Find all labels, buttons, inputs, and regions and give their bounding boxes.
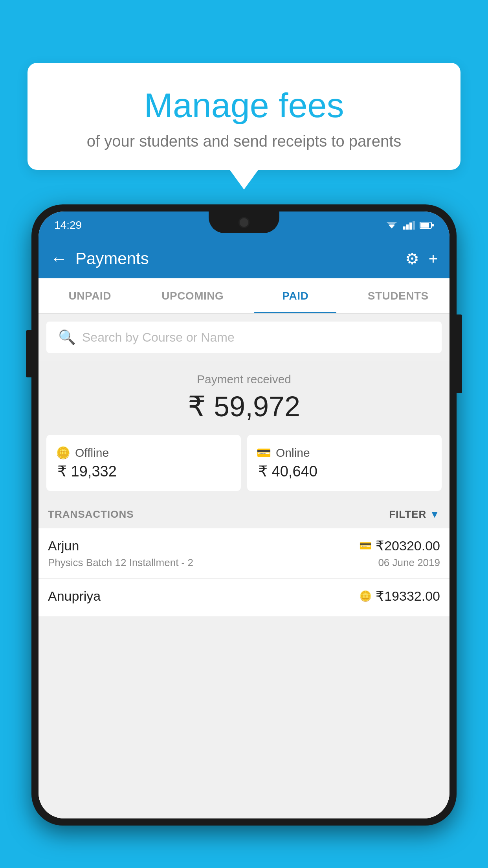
svg-rect-8 bbox=[420, 223, 429, 228]
wifi-icon bbox=[385, 221, 398, 230]
svg-marker-1 bbox=[386, 222, 397, 226]
svg-rect-7 bbox=[432, 224, 434, 226]
camera bbox=[238, 217, 250, 228]
status-time: 14:29 bbox=[54, 219, 82, 232]
status-icons bbox=[385, 221, 434, 230]
phone-mockup: 14:29 bbox=[31, 204, 457, 868]
back-button[interactable]: ← bbox=[50, 249, 68, 268]
payment-amount: ₹ 59,972 bbox=[46, 390, 442, 423]
app-title: Payments bbox=[75, 249, 405, 268]
phone-notch bbox=[209, 211, 279, 233]
transaction-name: Arjun bbox=[48, 538, 79, 554]
offline-pay-icon: 🪙 bbox=[359, 590, 372, 602]
offline-card-header: 🪙 Offline bbox=[56, 446, 231, 460]
transaction-course: Physics Batch 12 Installment - 2 bbox=[48, 557, 193, 569]
tabs-bar: UNPAID UPCOMING PAID STUDENTS bbox=[39, 278, 449, 314]
transactions-header: TRANSACTIONS FILTER ▼ bbox=[39, 500, 449, 528]
online-icon: 💳 bbox=[257, 446, 271, 460]
svg-rect-3 bbox=[406, 224, 409, 230]
offline-card: 🪙 Offline ₹ 19,332 bbox=[46, 435, 241, 491]
online-card-header: 💳 Online bbox=[257, 446, 432, 460]
transaction-top: Arjun 💳 ₹20320.00 bbox=[48, 538, 440, 554]
search-placeholder: Search by Course or Name bbox=[82, 330, 235, 345]
card-icon: 💳 bbox=[359, 540, 372, 552]
transaction-amount: ₹19332.00 bbox=[376, 588, 440, 604]
speech-bubble: Manage fees of your students and send re… bbox=[28, 63, 460, 170]
subtext: of your students and send receipts to pa… bbox=[51, 132, 437, 150]
filter-icon: ▼ bbox=[429, 508, 440, 520]
app-bar: ← Payments ⚙ + bbox=[39, 239, 449, 278]
transaction-name: Anupriya bbox=[48, 588, 101, 604]
transaction-amount-wrap: 💳 ₹20320.00 bbox=[359, 538, 440, 554]
payment-cards: 🪙 Offline ₹ 19,332 💳 Online ₹ 40,640 bbox=[39, 435, 449, 500]
offline-label: Offline bbox=[75, 446, 109, 460]
phone-inner: 14:29 bbox=[39, 211, 449, 818]
signal-icon bbox=[403, 221, 415, 230]
settings-icon[interactable]: ⚙ bbox=[405, 250, 419, 268]
content-area: 🔍 Search by Course or Name Payment recei… bbox=[39, 314, 449, 818]
app-bar-actions: ⚙ + bbox=[405, 250, 438, 268]
svg-rect-5 bbox=[413, 221, 415, 230]
phone-outer: 14:29 bbox=[31, 204, 457, 826]
transaction-bottom: Physics Batch 12 Installment - 2 06 June… bbox=[48, 557, 440, 569]
table-row[interactable]: Anupriya 🪙 ₹19332.00 bbox=[39, 579, 449, 617]
offline-icon: 🪙 bbox=[56, 446, 70, 460]
table-row[interactable]: Arjun 💳 ₹20320.00 Physics Batch 12 Insta… bbox=[39, 528, 449, 579]
headline: Manage fees bbox=[51, 86, 437, 125]
online-card: 💳 Online ₹ 40,640 bbox=[247, 435, 442, 491]
search-icon: 🔍 bbox=[58, 329, 76, 346]
battery-icon bbox=[420, 221, 434, 229]
add-button[interactable]: + bbox=[429, 250, 438, 268]
filter-button[interactable]: FILTER ▼ bbox=[389, 508, 440, 520]
transactions-label: TRANSACTIONS bbox=[48, 508, 134, 520]
tab-paid[interactable]: PAID bbox=[244, 278, 347, 313]
filter-label: FILTER bbox=[389, 508, 426, 520]
transaction-top: Anupriya 🪙 ₹19332.00 bbox=[48, 588, 440, 604]
svg-rect-2 bbox=[403, 226, 405, 230]
transactions-list: Arjun 💳 ₹20320.00 Physics Batch 12 Insta… bbox=[39, 528, 449, 617]
tab-students[interactable]: STUDENTS bbox=[347, 278, 450, 313]
payment-received-section: Payment received ₹ 59,972 bbox=[39, 361, 449, 435]
offline-amount: ₹ 19,332 bbox=[56, 463, 231, 480]
tab-unpaid[interactable]: UNPAID bbox=[39, 278, 141, 313]
search-bar[interactable]: 🔍 Search by Course or Name bbox=[46, 322, 442, 353]
online-amount: ₹ 40,640 bbox=[257, 463, 432, 480]
tab-upcoming[interactable]: UPCOMING bbox=[141, 278, 244, 313]
payment-label: Payment received bbox=[46, 373, 442, 386]
transaction-amount-wrap: 🪙 ₹19332.00 bbox=[359, 588, 440, 604]
transaction-amount: ₹20320.00 bbox=[376, 538, 440, 554]
svg-rect-4 bbox=[409, 223, 412, 230]
transaction-date: 06 June 2019 bbox=[378, 557, 440, 569]
online-label: Online bbox=[276, 446, 310, 460]
